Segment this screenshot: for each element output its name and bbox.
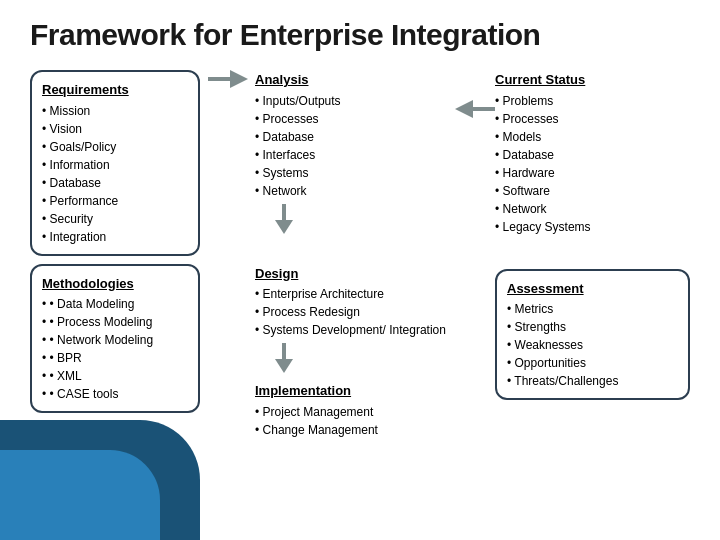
analysis-title: Analysis xyxy=(255,70,341,90)
list-item: • Weaknesses xyxy=(507,336,678,354)
requirements-list: Mission Vision Goals/Policy Information … xyxy=(42,102,188,246)
methodologies-list: • Data Modeling • Process Modeling • Net… xyxy=(42,295,188,403)
list-item: Information xyxy=(42,156,188,174)
list-item: • Strengths xyxy=(507,318,678,336)
requirements-title: Requirements xyxy=(42,80,188,100)
list-item: Vision xyxy=(42,120,188,138)
design-box: Design • Enterprise Architecture • Proce… xyxy=(255,264,455,340)
implementation-box: Implementation • Project Management • Ch… xyxy=(255,381,455,439)
assessment-box: Assessment • Metrics • Strengths • Weakn… xyxy=(495,269,690,401)
list-item: • Problems xyxy=(495,92,690,110)
list-item: • Inputs/Outputs xyxy=(255,92,341,110)
arrow-right-1 xyxy=(200,70,255,88)
implementation-list: • Project Management • Change Management xyxy=(255,403,455,439)
current-status-title: Current Status xyxy=(495,70,690,90)
list-item: • Metrics xyxy=(507,300,678,318)
assessment-title: Assessment xyxy=(507,279,678,299)
requirements-box: Requirements Mission Vision Goals/Policy… xyxy=(30,70,200,256)
analysis-list: • Inputs/Outputs • Processes • Database … xyxy=(255,92,341,200)
methodologies-box: Methodologies • Data Modeling • Process … xyxy=(30,264,200,414)
list-item: • Legacy Systems xyxy=(495,218,690,236)
methodologies-title: Methodologies xyxy=(42,274,188,294)
list-item: • Enterprise Architecture xyxy=(255,285,455,303)
list-item: • Processes xyxy=(255,110,341,128)
list-item: • Project Management xyxy=(255,403,455,421)
list-item: • Process Modeling xyxy=(42,313,188,331)
list-item: • Threats/Challenges xyxy=(507,372,678,390)
implementation-title: Implementation xyxy=(255,381,455,401)
list-item: • Database xyxy=(495,146,690,164)
current-status-section: Current Status • Problems • Processes • … xyxy=(495,70,690,236)
list-item: Mission xyxy=(42,102,188,120)
list-item: • Models xyxy=(495,128,690,146)
list-item: • CASE tools xyxy=(42,385,188,403)
current-status-box: Current Status • Problems • Processes • … xyxy=(495,70,690,236)
list-item: Goals/Policy xyxy=(42,138,188,156)
arrow-right-icon xyxy=(208,70,248,88)
list-item: Database xyxy=(42,174,188,192)
analysis-box: Analysis • Inputs/Outputs • Processes • … xyxy=(255,70,341,200)
assessment-section: Assessment • Metrics • Strengths • Weakn… xyxy=(495,264,690,401)
list-item: Security xyxy=(42,210,188,228)
list-item: • Interfaces xyxy=(255,146,341,164)
list-item: • Network Modeling xyxy=(42,331,188,349)
list-item: • Network xyxy=(255,182,341,200)
list-item: Performance xyxy=(42,192,188,210)
bg-wave-light xyxy=(0,450,160,540)
page: Framework for Enterprise Integration Req… xyxy=(0,0,720,540)
list-item: • Hardware xyxy=(495,164,690,182)
list-item: • Data Modeling xyxy=(42,295,188,313)
list-item: • Opportunities xyxy=(507,354,678,372)
design-list: • Enterprise Architecture • Process Rede… xyxy=(255,285,455,339)
arrow-down-icon xyxy=(275,204,293,234)
assessment-list: • Metrics • Strengths • Weaknesses • Opp… xyxy=(507,300,678,390)
list-item: • BPR xyxy=(42,349,188,367)
design-title: Design xyxy=(255,264,455,284)
list-item: • Processes xyxy=(495,110,690,128)
requirements-section: Requirements Mission Vision Goals/Policy… xyxy=(30,70,200,256)
list-item: • Systems Development/ Integration xyxy=(255,321,455,339)
arrow-left-1 xyxy=(455,70,495,118)
list-item: • Software xyxy=(495,182,690,200)
page-title: Framework for Enterprise Integration xyxy=(30,18,690,52)
list-item: • Systems xyxy=(255,164,341,182)
list-item: • Network xyxy=(495,200,690,218)
design-impl-section: Design • Enterprise Architecture • Proce… xyxy=(255,264,455,439)
list-item: • XML xyxy=(42,367,188,385)
arrow-down-icon-2 xyxy=(275,343,293,373)
analysis-section: Analysis • Inputs/Outputs • Processes • … xyxy=(255,70,455,236)
arrow-left-icon xyxy=(455,100,495,118)
list-item: • Change Management xyxy=(255,421,455,439)
list-item: • Database xyxy=(255,128,341,146)
arrow-down-2 xyxy=(275,343,455,377)
list-item: Integration xyxy=(42,228,188,246)
current-status-list: • Problems • Processes • Models • Databa… xyxy=(495,92,690,236)
list-item: • Process Redesign xyxy=(255,303,455,321)
arrow-down-1 xyxy=(275,204,293,234)
methodologies-section: Methodologies • Data Modeling • Process … xyxy=(30,264,200,414)
